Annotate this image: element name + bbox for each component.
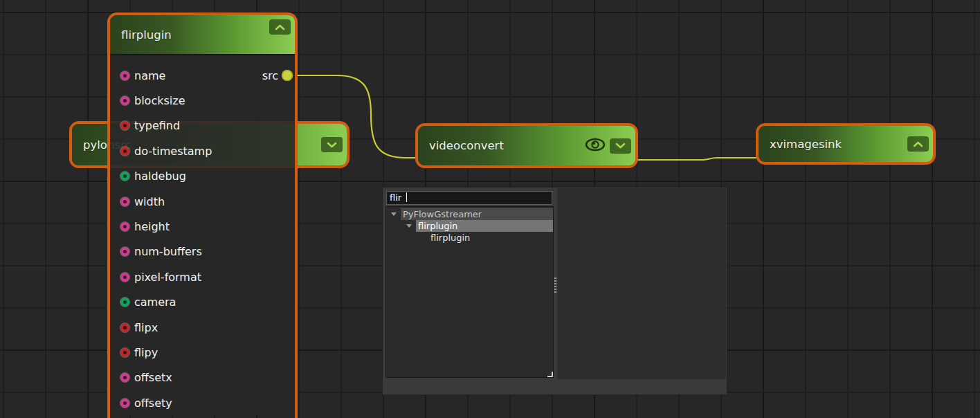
tree-item-label: PyFlowGstreamer <box>403 209 482 219</box>
property-label: blocksize <box>134 94 185 107</box>
wire-videoconvert-to-xvimagesink[interactable] <box>634 158 761 160</box>
input-pin[interactable] <box>120 399 129 408</box>
property-row: typefind <box>110 113 295 138</box>
input-pin[interactable] <box>120 247 129 256</box>
property-row: haldebug <box>110 164 295 189</box>
property-label: offsety <box>134 397 172 410</box>
tree-item-pyflowgstreamer[interactable]: PyFlowGstreamer <box>386 208 553 220</box>
property-row: flipx <box>110 315 295 340</box>
property-row: name src <box>110 63 295 88</box>
expander-down-icon[interactable] <box>406 224 412 228</box>
input-pin[interactable] <box>120 298 129 307</box>
node-xvimagesink-header[interactable]: xvimagesink <box>759 126 933 162</box>
output-pin-src[interactable] <box>282 70 293 81</box>
node-title: xvimagesink <box>759 138 842 151</box>
visibility-eye-icon[interactable] <box>584 138 606 154</box>
property-label: offsetx <box>134 371 172 384</box>
node-videoconvert[interactable]: videoconvert <box>415 123 638 168</box>
property-row: flipy <box>110 340 295 365</box>
input-pin[interactable] <box>120 373 129 382</box>
property-row: blocksize <box>110 88 295 113</box>
node-flirplugin-body: name src blocksize typefind do-timestamp… <box>110 54 295 415</box>
property-row: do-timestamp <box>110 138 295 163</box>
input-pin[interactable] <box>120 348 129 357</box>
chevron-up-icon <box>275 24 285 30</box>
input-pin[interactable] <box>120 147 129 156</box>
property-label: num-buffers <box>134 245 202 258</box>
text-cursor <box>406 192 407 202</box>
node-title: videoconvert <box>418 139 504 152</box>
property-row: offsetx <box>110 365 295 390</box>
input-pin[interactable] <box>120 121 129 130</box>
node-palette-popup: PyFlowGstreamer flirplugin flirplugin <box>383 188 727 394</box>
collapse-node-button[interactable] <box>269 19 291 35</box>
property-row: offsety <box>110 390 295 415</box>
wire-flirplugin-src-to-videoconvert[interactable] <box>288 75 424 158</box>
node-flirplugin-header[interactable]: flirplugin <box>110 15 295 54</box>
input-pin[interactable] <box>120 222 129 231</box>
input-pin[interactable] <box>120 273 129 282</box>
expander-down-icon[interactable] <box>391 212 397 216</box>
property-row: height <box>110 214 295 239</box>
chevron-down-icon <box>615 143 626 149</box>
property-row: width <box>110 189 295 214</box>
property-label: pixel-format <box>134 271 201 284</box>
tree-item-flirplugin-node[interactable]: flirplugin <box>386 232 553 244</box>
chevron-up-icon <box>913 141 923 147</box>
tree-item-label: flirplugin <box>430 233 470 243</box>
property-label: width <box>134 195 165 208</box>
node-xvimagesink[interactable]: xvimagesink <box>756 123 936 165</box>
property-label: flipy <box>134 346 158 359</box>
palette-tree: PyFlowGstreamer flirplugin flirplugin <box>385 206 554 378</box>
expand-node-button[interactable] <box>610 138 631 154</box>
palette-search <box>386 190 552 204</box>
input-pin[interactable] <box>120 96 129 105</box>
property-row: pixel-format <box>110 264 295 289</box>
palette-search-input[interactable] <box>386 191 552 205</box>
property-label: haldebug <box>134 170 186 183</box>
property-row: camera <box>110 290 295 315</box>
property-label: do-timestamp <box>134 145 212 158</box>
input-pin[interactable] <box>120 323 129 332</box>
tree-item-label: flirplugin <box>418 221 457 231</box>
input-pin[interactable] <box>120 172 129 181</box>
property-label: name <box>134 69 165 82</box>
tree-item-flirplugin-category[interactable]: flirplugin <box>386 220 553 232</box>
output-group: src <box>262 69 293 82</box>
input-pin[interactable] <box>120 71 129 80</box>
property-label: typefind <box>134 119 180 132</box>
node-graph-canvas[interactable]: { "colors":{ "node_border":"#d45c10", "w… <box>0 0 980 418</box>
palette-preview-pane <box>557 188 726 379</box>
property-label: flipx <box>134 321 158 334</box>
node-videoconvert-header[interactable]: videoconvert <box>418 126 635 165</box>
pane-splitter-handle[interactable] <box>554 278 556 293</box>
node-flirplugin[interactable]: flirplugin name src blocksize typefind d… <box>107 12 298 418</box>
collapse-node-button[interactable] <box>907 136 929 152</box>
node-title: flirplugin <box>110 28 172 42</box>
property-label: camera <box>134 296 176 309</box>
property-label: height <box>134 220 170 233</box>
output-label: src <box>262 69 278 82</box>
eye-icon <box>584 138 606 152</box>
input-pin[interactable] <box>120 197 129 206</box>
property-row: num-buffers <box>110 239 295 264</box>
